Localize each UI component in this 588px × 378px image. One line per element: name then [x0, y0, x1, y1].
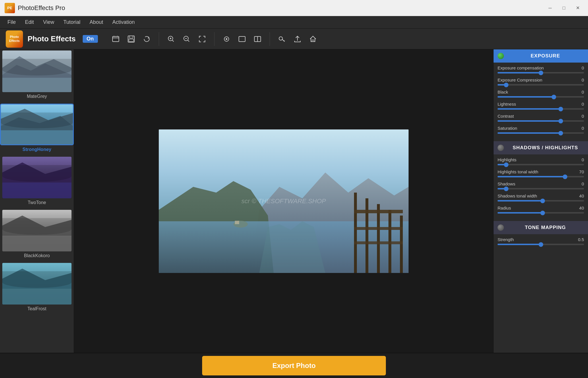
shadows-highlights-icon — [498, 145, 504, 151]
tone-mapping-section: TONE MAPPING Strength 0.5 — [494, 221, 588, 252]
preset-label-mategrey: MateGrey — [2, 92, 71, 101]
exposure-title: EXPOSURE — [507, 53, 584, 59]
svg-rect-9 — [239, 36, 245, 42]
left-panel: MateGrey StrongHoney — [0, 49, 74, 353]
title-bar-left: PE PhotoEffects Pro — [5, 3, 65, 13]
view-single-button[interactable] — [235, 32, 249, 46]
preset-item-twotone[interactable]: TwoTone — [0, 156, 74, 209]
shadows-highlights-controls: Highlights 0 Highlights tonal width 70 — [494, 154, 588, 220]
zoom-out-button[interactable] — [179, 32, 194, 46]
toolbar-group-file — [104, 32, 159, 46]
app-wrapper: PE PhotoEffects Pro ─ □ ✕ File Edit View… — [0, 0, 588, 378]
exposure-compression-slider[interactable] — [498, 84, 584, 86]
content-area: MateGrey StrongHoney — [0, 49, 588, 353]
upload-button[interactable] — [290, 32, 305, 46]
highlights-tonal-width-label: Highlights tonal width — [498, 169, 538, 174]
svg-point-11 — [279, 37, 283, 40]
rotate-button[interactable] — [139, 32, 154, 46]
lightness-slider[interactable] — [498, 108, 584, 110]
right-panel: EXPOSURE Exposure compensation 0 — [493, 49, 588, 353]
tone-mapping-icon — [498, 224, 504, 231]
shadows-slider[interactable] — [498, 188, 584, 189]
key-button[interactable] — [274, 32, 289, 46]
highlights-tonal-width-slider[interactable] — [498, 176, 584, 177]
home-button[interactable] — [305, 32, 320, 46]
contrast-label: Contrast — [498, 114, 514, 119]
preset-label-stronghoney: StrongHoney — [0, 145, 74, 154]
exposure-compensation-row: Exposure compensation 0 — [498, 65, 584, 73]
contrast-value: 0 — [577, 114, 584, 119]
preset-thumbnail-mategrey[interactable] — [2, 51, 71, 92]
shadows-highlights-title: SHADOWS / HIGHLIGHTS — [507, 145, 584, 151]
close-button[interactable]: ✕ — [572, 4, 583, 12]
black-value: 0 — [577, 90, 584, 94]
save-file-button[interactable] — [124, 32, 139, 46]
shadows-tonal-width-slider[interactable] — [498, 200, 584, 201]
fit-button[interactable] — [195, 32, 210, 46]
exposure-compensation-label: Exposure compensation — [498, 65, 544, 70]
menu-file[interactable]: File — [3, 18, 20, 27]
saturation-slider[interactable] — [498, 132, 584, 134]
exposure-compensation-slider[interactable] — [498, 72, 584, 73]
tone-mapping-header[interactable]: TONE MAPPING — [494, 221, 588, 234]
highlights-tonal-width-value: 70 — [577, 169, 584, 174]
maximize-button[interactable]: □ — [558, 4, 570, 12]
preset-item-blackkokoro[interactable]: BlackKokoro — [0, 209, 74, 262]
exposure-compression-row: Exposure Compression 0 — [498, 77, 584, 86]
svg-rect-2 — [129, 36, 133, 38]
exposure-header[interactable]: EXPOSURE — [494, 49, 588, 63]
menu-tutorial[interactable]: Tutorial — [59, 18, 84, 27]
radius-value: 40 — [577, 206, 584, 210]
toolbar-group-view — [214, 32, 270, 46]
view-original-button[interactable] — [219, 32, 234, 46]
radius-row: Radius 40 — [498, 206, 584, 214]
canvas-area: scr © THESOFTWARE.SHOP — [74, 49, 493, 353]
menu-edit[interactable]: Edit — [21, 18, 38, 27]
title-text: PhotoEffects Pro — [18, 4, 65, 12]
svg-rect-37 — [377, 204, 380, 273]
preset-thumbnail-twotone[interactable] — [2, 157, 71, 198]
strength-slider[interactable] — [498, 244, 584, 245]
shadows-highlights-header[interactable]: SHADOWS / HIGHLIGHTS — [494, 141, 588, 154]
exposure-compensation-value: 0 — [577, 65, 584, 70]
lightness-value: 0 — [577, 102, 584, 106]
export-photo-button[interactable]: Export Photo — [202, 356, 386, 375]
app-icon: PE — [5, 3, 15, 13]
preset-thumbnail-blackkokoro[interactable] — [2, 210, 71, 251]
contrast-slider[interactable] — [498, 120, 584, 122]
lightness-label: Lightness — [498, 102, 516, 106]
shadows-tonal-width-label: Shadows tonal width — [498, 193, 537, 198]
svg-rect-35 — [354, 193, 357, 273]
radius-slider[interactable] — [498, 212, 584, 214]
on-toggle[interactable]: On — [83, 35, 98, 43]
open-file-button[interactable] — [108, 32, 123, 46]
svg-rect-29 — [2, 289, 71, 305]
black-label: Black — [498, 90, 508, 94]
svg-rect-16 — [2, 78, 71, 92]
svg-rect-23 — [2, 183, 71, 198]
app-icon-text: PE — [7, 6, 12, 10]
highlights-slider[interactable] — [498, 164, 584, 165]
preset-thumbnail-tealfrost[interactable] — [2, 263, 71, 305]
preset-item-tealfrost[interactable]: TealFrost — [0, 262, 74, 315]
app-logo: PhotoEffects — [6, 30, 23, 48]
minimize-button[interactable]: ─ — [544, 4, 556, 12]
svg-rect-44 — [235, 221, 239, 224]
black-slider[interactable] — [498, 96, 584, 98]
preset-label-twotone: TwoTone — [2, 198, 71, 208]
preset-thumbnail-stronghoney[interactable] — [0, 104, 74, 145]
menu-about[interactable]: About — [86, 18, 107, 27]
menu-view[interactable]: View — [39, 18, 58, 27]
exposure-compression-value: 0 — [577, 77, 584, 82]
compare-button[interactable] — [250, 32, 265, 46]
svg-rect-42 — [354, 241, 403, 244]
zoom-in-button[interactable] — [164, 32, 179, 46]
exposure-section: EXPOSURE Exposure compensation 0 — [494, 49, 588, 141]
preset-item-mategrey[interactable]: MateGrey — [0, 49, 74, 102]
menu-bar: File Edit View Tutorial About Activation — [0, 16, 588, 29]
preset-item-stronghoney[interactable]: StrongHoney — [0, 102, 74, 156]
menu-activation[interactable]: Activation — [108, 18, 139, 27]
saturation-label: Saturation — [498, 126, 517, 131]
tone-mapping-controls: Strength 0.5 — [494, 234, 588, 252]
brand-label: Photo Effects — [28, 34, 76, 43]
